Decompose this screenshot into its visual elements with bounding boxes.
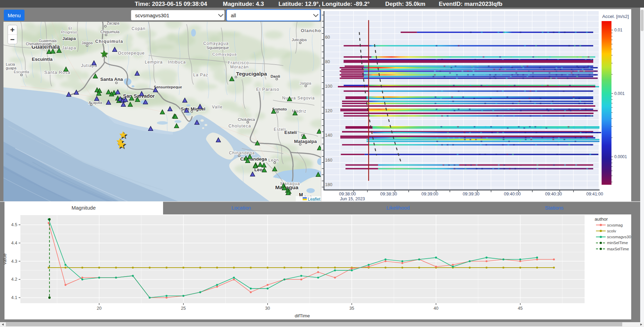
svg-text:+: +: [10, 26, 15, 34]
svg-text:09:39:30: 09:39:30: [463, 192, 480, 196]
svg-text:Jalapa: Jalapa: [63, 36, 76, 41]
svg-text:Likelihood: Likelihood: [386, 205, 410, 211]
svg-text:El Paraiso: El Paraiso: [256, 87, 280, 92]
svg-text:4.3: 4.3: [11, 259, 17, 264]
svg-text:09:40:30: 09:40:30: [545, 192, 562, 196]
svg-text:minSelTime: minSelTime: [607, 241, 628, 245]
svg-text:Leaflet: Leaflet: [308, 197, 321, 202]
svg-text:Santa Ana: Santa Ana: [100, 77, 123, 82]
svg-text:25: 25: [181, 306, 186, 311]
svg-text:80: 80: [325, 59, 330, 64]
svg-text:Danli: Danli: [271, 74, 280, 78]
svg-text:140: 140: [325, 133, 332, 138]
svg-text:Jalapa: Jalapa: [62, 46, 76, 50]
svg-text:La Paz: La Paz: [193, 73, 208, 77]
svg-text:all: all: [231, 12, 236, 18]
svg-text:Olancho: Olancho: [301, 28, 321, 33]
svg-text:40: 40: [434, 306, 438, 311]
svg-text:Juticalpa: Juticalpa: [292, 38, 307, 42]
svg-text:160: 160: [325, 158, 332, 163]
svg-text:Tegucigalpa: Tegucigalpa: [236, 71, 267, 77]
svg-text:Ocotepeque: Ocotepeque: [118, 51, 145, 56]
svg-text:180: 180: [325, 182, 332, 187]
svg-text:Morazán: Morazán: [230, 65, 249, 69]
svg-text:09:41:00: 09:41:00: [586, 192, 603, 196]
svg-text:4.2: 4.2: [11, 277, 17, 282]
svg-text:Matagalpa: Matagalpa: [294, 139, 317, 144]
svg-text:Stations: Stations: [545, 205, 564, 211]
svg-text:Comayagua: Comayagua: [212, 52, 237, 56]
svg-text:author: author: [595, 217, 608, 222]
svg-text:Choluteca: Choluteca: [228, 124, 251, 128]
svg-text:0.01: 0.01: [614, 28, 623, 32]
svg-text:Intibuca: Intibuca: [168, 60, 186, 65]
svg-text:Jun 15, 2023: Jun 15, 2023: [340, 196, 365, 201]
svg-text:Latitude: 12.9°, Longitude: -8: Latitude: 12.9°, Longitude: -89.2°: [278, 1, 370, 7]
svg-text:Chiquimula: Chiquimula: [100, 30, 120, 34]
svg-text:0.0001: 0.0001: [614, 154, 627, 159]
svg-text:30: 30: [265, 306, 270, 311]
svg-text:difTime: difTime: [295, 313, 310, 318]
svg-text:Chiquimula: Chiquimula: [95, 39, 123, 44]
svg-text:09:39:00: 09:39:00: [422, 192, 438, 196]
svg-text:Escuintla: Escuintla: [14, 70, 30, 74]
svg-text:45: 45: [518, 306, 523, 311]
svg-text:4.4: 4.4: [11, 241, 17, 246]
svg-text:09:38:00: 09:38:00: [339, 192, 356, 196]
svg-text:Jalapa: Jalapa: [300, 81, 311, 85]
svg-text:Comayagua: Comayagua: [203, 41, 229, 46]
svg-text:Jalapa: Jalapa: [82, 41, 93, 45]
svg-text:Managua: Managua: [275, 184, 299, 190]
svg-text:León: León: [268, 158, 279, 163]
svg-text:Choluteca: Choluteca: [238, 117, 255, 122]
svg-text:value: value: [2, 253, 7, 265]
svg-text:09:40:00: 09:40:00: [504, 192, 521, 196]
svg-text:Nueva Segovia: Nueva Segovia: [282, 96, 315, 100]
svg-text:Menu: Menu: [8, 12, 21, 18]
svg-text:Escuintla: Escuintla: [32, 57, 53, 62]
svg-text:Magnitude: Magnitude: [72, 205, 96, 211]
svg-text:Valle: Valle: [212, 105, 223, 109]
svg-text:San Salvador: San Salvador: [123, 93, 155, 99]
svg-text:09:38:30: 09:38:30: [380, 192, 397, 196]
svg-text:Chinandega: Chinandega: [229, 151, 255, 155]
svg-text:Sensuntepeque: Sensuntepeque: [154, 85, 182, 89]
svg-text:Estelí: Estelí: [284, 130, 297, 135]
svg-text:35: 35: [349, 306, 354, 311]
svg-text:60: 60: [325, 35, 330, 40]
svg-text:scvsmag: scvsmag: [607, 223, 623, 227]
svg-text:Siguatepeque: Siguatepeque: [207, 46, 229, 50]
svg-text:EventID: marn2023lqfb: EventID: marn2023lqfb: [439, 1, 502, 7]
svg-text:Lempira: Lempira: [145, 60, 163, 65]
svg-text:100: 100: [325, 84, 332, 89]
svg-text:120: 120: [325, 108, 332, 113]
svg-text:scvsmagvs301: scvsmagvs301: [135, 12, 169, 18]
svg-text:Depth: 35.0km: Depth: 35.0km: [385, 1, 425, 7]
svg-text:0.001: 0.001: [614, 91, 625, 96]
svg-text:scvsmagvs30: scvsmagvs30: [607, 235, 631, 239]
svg-text:Progreso: Progreso: [61, 30, 77, 34]
svg-text:maxSelTime: maxSelTime: [607, 247, 629, 251]
svg-text:4.1: 4.1: [11, 295, 17, 300]
svg-text:Copán: Copán: [132, 26, 145, 31]
svg-text:Magnitude: 4.3: Magnitude: 4.3: [223, 1, 264, 7]
svg-text:Accel. [m/s2]: Accel. [m/s2]: [602, 14, 629, 19]
svg-text:Time: 2023-06-15 09:38:04: Time: 2023-06-15 09:38:04: [135, 1, 207, 7]
svg-text:scolv: scolv: [607, 229, 616, 233]
svg-text:guapa: guapa: [6, 66, 17, 70]
svg-text:4.5: 4.5: [11, 222, 17, 227]
svg-text:Location: Location: [231, 205, 251, 211]
svg-text:Chimaltenango: Chimaltenango: [26, 42, 50, 46]
svg-text:20: 20: [97, 306, 102, 311]
svg-text:−: −: [10, 35, 15, 44]
